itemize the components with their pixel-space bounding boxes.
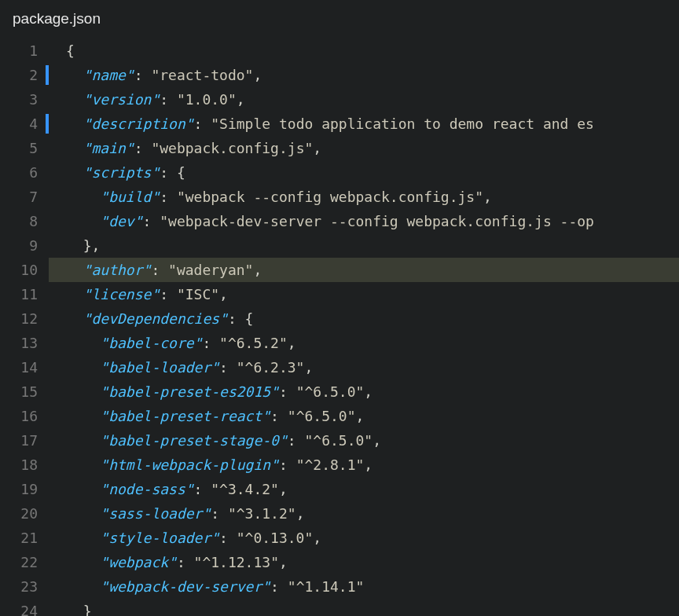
token-punc: ,	[279, 481, 288, 497]
code-line[interactable]: "babel-loader": "^6.2.3",	[49, 355, 679, 380]
token-str: "^3.4.2"	[211, 481, 279, 497]
token-key: "scripts"	[83, 164, 160, 181]
code-line[interactable]: "version": "1.0.0",	[49, 87, 679, 112]
token-punc: ,	[219, 286, 228, 302]
code-line[interactable]: "name": "react-todo",	[49, 63, 679, 87]
code-line[interactable]: "description": "Simple todo application …	[49, 112, 679, 136]
token-str: "^6.5.0"	[296, 383, 365, 400]
token-key: "webpack-dev-server"	[100, 578, 270, 595]
token-punc: :	[288, 432, 305, 449]
token-str: "1.0.0"	[177, 91, 237, 108]
token-key: "version"	[83, 91, 160, 108]
code-line[interactable]: "babel-preset-es2015": "^6.5.0",	[49, 380, 679, 404]
line-number: 8	[0, 209, 38, 233]
token-punc: }	[66, 603, 92, 616]
code-line[interactable]: "babel-preset-react": "^6.5.0",	[49, 404, 679, 428]
token-str: "^2.8.1"	[296, 456, 365, 473]
line-number: 1	[0, 38, 38, 63]
code-line[interactable]: "node-sass": "^3.4.2",	[49, 477, 679, 501]
line-number: 5	[0, 136, 38, 160]
code-content[interactable]: { "name": "react-todo", "version": "1.0.…	[49, 38, 679, 616]
token-str: "^6.5.0"	[288, 408, 356, 424]
code-line[interactable]: "author": "waderyan",	[49, 258, 679, 282]
code-line[interactable]: "dev": "webpack-dev-server --config webp…	[49, 209, 679, 233]
token-key: "babel-preset-stage-0"	[100, 432, 287, 449]
code-editor[interactable]: 123456789101112131415161718192021222324 …	[0, 38, 679, 616]
token-punc: :	[194, 481, 211, 497]
token-punc	[66, 262, 83, 278]
code-line[interactable]: "devDependencies": {	[49, 306, 679, 331]
code-line[interactable]: "sass-loader": "^3.1.2",	[49, 501, 679, 526]
line-number: 7	[0, 185, 38, 209]
token-punc: : {	[160, 164, 185, 181]
line-number: 15	[0, 380, 38, 404]
code-line[interactable]: "webpack-dev-server": "^1.14.1"	[49, 574, 679, 599]
code-line[interactable]: "main": "webpack.config.js",	[49, 136, 679, 160]
line-number: 10	[0, 258, 38, 282]
token-str: "Simple todo application to demo react a…	[211, 116, 594, 132]
token-punc	[66, 578, 100, 595]
code-line[interactable]: "license": "ISC",	[49, 282, 679, 306]
token-key: "node-sass"	[100, 481, 193, 497]
token-key: "babel-loader"	[100, 359, 219, 376]
code-line[interactable]: },	[49, 233, 679, 258]
token-punc: :	[202, 335, 219, 351]
token-punc	[66, 91, 83, 108]
token-punc	[66, 383, 100, 400]
token-punc: ,	[279, 554, 288, 570]
token-punc	[66, 456, 100, 473]
line-number: 24	[0, 599, 38, 616]
token-punc	[66, 213, 100, 229]
token-punc	[66, 67, 83, 83]
token-punc: ,	[288, 335, 296, 351]
line-number: 6	[0, 160, 38, 185]
token-punc: :	[134, 67, 152, 83]
token-punc: :	[194, 116, 211, 132]
token-punc	[66, 335, 100, 351]
token-str: "webpack --config webpack.config.js"	[177, 189, 483, 205]
code-line[interactable]: "html-webpack-plugin": "^2.8.1",	[49, 453, 679, 477]
token-key: "dev"	[100, 213, 142, 229]
token-punc: :	[143, 213, 160, 229]
token-key: "author"	[83, 262, 152, 278]
token-key: "name"	[83, 67, 134, 83]
token-punc: :	[211, 505, 228, 522]
tab-bar: package.json	[0, 0, 679, 38]
token-punc	[66, 140, 83, 156]
token-key: "description"	[83, 116, 194, 132]
token-str: "^6.5.2"	[219, 335, 288, 351]
code-line[interactable]: {	[49, 38, 679, 63]
token-punc	[66, 530, 100, 546]
line-number-gutter: 123456789101112131415161718192021222324	[0, 38, 49, 616]
diff-marker	[46, 65, 49, 85]
token-punc	[66, 554, 100, 570]
code-line[interactable]: "build": "webpack --config webpack.confi…	[49, 185, 679, 209]
token-punc	[66, 359, 100, 376]
token-punc: {	[66, 42, 75, 59]
token-str: "^1.12.13"	[194, 554, 279, 570]
token-punc: ,	[373, 432, 381, 449]
line-number: 20	[0, 501, 38, 526]
token-punc	[66, 164, 83, 181]
token-key: "devDependencies"	[83, 310, 228, 327]
code-line[interactable]: }	[49, 599, 679, 616]
token-key: "babel-core"	[100, 335, 202, 351]
line-number: 14	[0, 355, 38, 380]
code-line[interactable]: "webpack": "^1.12.13",	[49, 550, 679, 574]
token-punc: ,	[296, 505, 305, 522]
code-line[interactable]: "scripts": {	[49, 160, 679, 185]
line-number: 16	[0, 404, 38, 428]
code-line[interactable]: "babel-core": "^6.5.2",	[49, 331, 679, 355]
token-punc: :	[160, 189, 177, 205]
line-number: 19	[0, 477, 38, 501]
token-punc	[66, 481, 100, 497]
token-punc: :	[160, 286, 177, 302]
code-line[interactable]: "style-loader": "^0.13.0",	[49, 526, 679, 550]
line-number: 23	[0, 574, 38, 599]
token-punc: :	[219, 359, 237, 376]
token-punc	[66, 116, 83, 132]
token-punc: ,	[313, 530, 321, 546]
token-str: "webpack-dev-server --config webpack.con…	[160, 213, 594, 229]
active-tab[interactable]: package.json	[13, 10, 101, 27]
code-line[interactable]: "babel-preset-stage-0": "^6.5.0",	[49, 428, 679, 453]
